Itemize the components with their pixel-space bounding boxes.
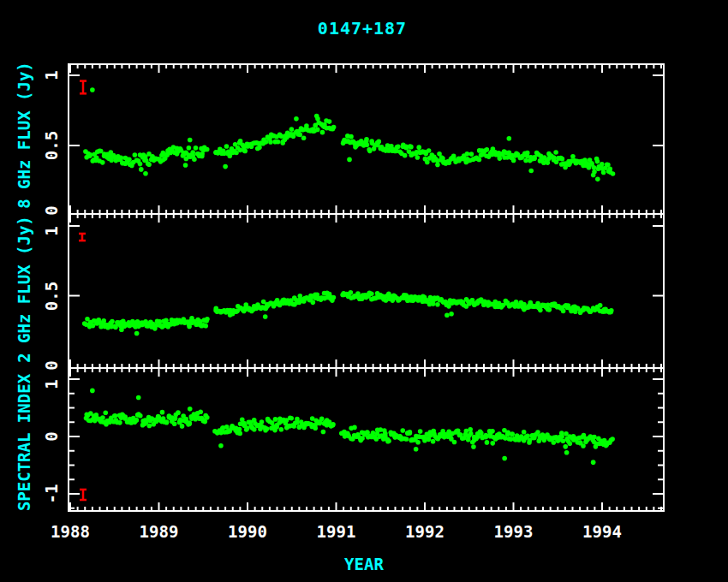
plot-window: 0147+187 8 GHz FLUX (Jy) 2 GHz FLUX (Jy)… xyxy=(0,0,728,582)
light-curve-plot-canvas xyxy=(0,0,728,582)
